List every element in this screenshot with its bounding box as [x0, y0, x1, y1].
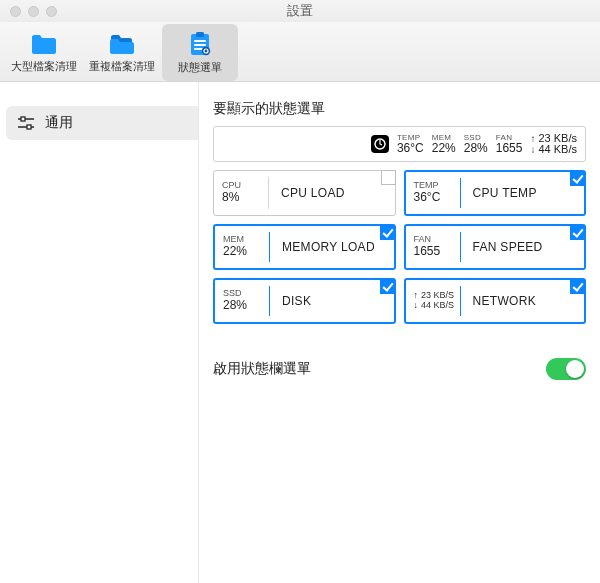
- svg-rect-7: [21, 117, 25, 121]
- tab-large-file-cleanup[interactable]: 大型檔案清理: [6, 24, 82, 81]
- enable-statusbar-label: 啟用狀態欄選單: [213, 360, 311, 378]
- sidebar-item-general[interactable]: 通用: [6, 106, 198, 140]
- option-checkbox[interactable]: [570, 171, 585, 186]
- option-label: MEMORY LOAD: [270, 226, 394, 268]
- arrow-down-icon: ↓: [414, 301, 419, 311]
- svg-rect-4: [194, 48, 203, 50]
- preview-fan: FAN 1655: [496, 134, 523, 154]
- option-label: DISK: [270, 280, 394, 322]
- svg-rect-2: [194, 40, 206, 42]
- window-title: 設置: [0, 2, 600, 20]
- preview-network: ↑23 KB/s ↓44 KB/s: [530, 133, 577, 155]
- preview-temp: TEMP 36°C: [397, 134, 424, 154]
- preview-ssd: SSD 28%: [464, 134, 488, 154]
- tab-duplicate-file-cleanup[interactable]: 重複檔案清理: [84, 24, 160, 81]
- option-preview: TEMP 36°C: [406, 172, 460, 214]
- option-checkbox[interactable]: [381, 170, 396, 185]
- option-memory-load[interactable]: MEM 22% MEMORY LOAD: [213, 224, 396, 270]
- svg-rect-1: [196, 32, 204, 37]
- option-label: FAN SPEED: [461, 226, 585, 268]
- sidebar-item-label: 通用: [45, 114, 73, 132]
- folder-icon: [30, 32, 58, 56]
- option-checkbox[interactable]: [380, 279, 395, 294]
- toolbar: 大型檔案清理 重複檔案清理 狀態選單: [0, 22, 600, 82]
- option-label: CPU LOAD: [269, 171, 395, 215]
- option-checkbox[interactable]: [570, 225, 585, 240]
- window-titlebar: 設置: [0, 0, 600, 22]
- arrow-up-icon: ↑: [530, 134, 535, 144]
- preview-mem: MEM 22%: [432, 134, 456, 154]
- option-fan-speed[interactable]: FAN 1655 FAN SPEED: [404, 224, 587, 270]
- tab-label: 重複檔案清理: [89, 59, 155, 74]
- option-preview: MEM 22%: [215, 226, 269, 268]
- option-disk[interactable]: SSD 28% DISK: [213, 278, 396, 324]
- arrow-down-icon: ↓: [530, 145, 535, 155]
- svg-rect-3: [194, 44, 206, 46]
- clipboard-list-icon: [187, 31, 213, 57]
- option-preview: ↑23 KB/S ↓44 KB/S: [406, 280, 460, 322]
- option-preview: CPU 8%: [214, 171, 268, 215]
- app-logo-icon: [371, 135, 389, 153]
- option-cpu-load[interactable]: CPU 8% CPU LOAD: [213, 170, 396, 216]
- enable-statusbar-toggle[interactable]: [546, 358, 586, 380]
- tab-label: 大型檔案清理: [11, 59, 77, 74]
- option-label: CPU TEMP: [461, 172, 585, 214]
- option-checkbox[interactable]: [570, 279, 585, 294]
- sidebar: 通用: [0, 82, 199, 583]
- content-pane: 要顯示的狀態選單 TEMP 36°C MEM 22% SSD 28% FAN 1…: [199, 82, 600, 583]
- main-area: 通用 要顯示的狀態選單 TEMP 36°C MEM 22% SSD 28% FA…: [0, 82, 600, 583]
- option-cpu-temp[interactable]: TEMP 36°C CPU TEMP: [404, 170, 587, 216]
- section-title: 要顯示的狀態選單: [213, 100, 586, 118]
- sliders-icon: [16, 114, 36, 132]
- folders-stack-icon: [108, 32, 136, 56]
- option-preview: FAN 1655: [406, 226, 460, 268]
- option-label: NETWORK: [461, 280, 585, 322]
- statusbar-preview: TEMP 36°C MEM 22% SSD 28% FAN 1655 ↑23 K…: [213, 126, 586, 162]
- tab-label: 狀態選單: [178, 60, 222, 75]
- status-options-grid: CPU 8% CPU LOAD TEMP 36°C CPU TEMP MEM: [213, 170, 586, 324]
- option-preview: SSD 28%: [215, 280, 269, 322]
- svg-point-5: [202, 46, 210, 54]
- enable-statusbar-row: 啟用狀態欄選單: [213, 358, 586, 380]
- svg-rect-9: [27, 125, 31, 129]
- option-network[interactable]: ↑23 KB/S ↓44 KB/S NETWORK: [404, 278, 587, 324]
- tab-status-menu[interactable]: 狀態選單: [162, 24, 238, 81]
- option-checkbox[interactable]: [380, 225, 395, 240]
